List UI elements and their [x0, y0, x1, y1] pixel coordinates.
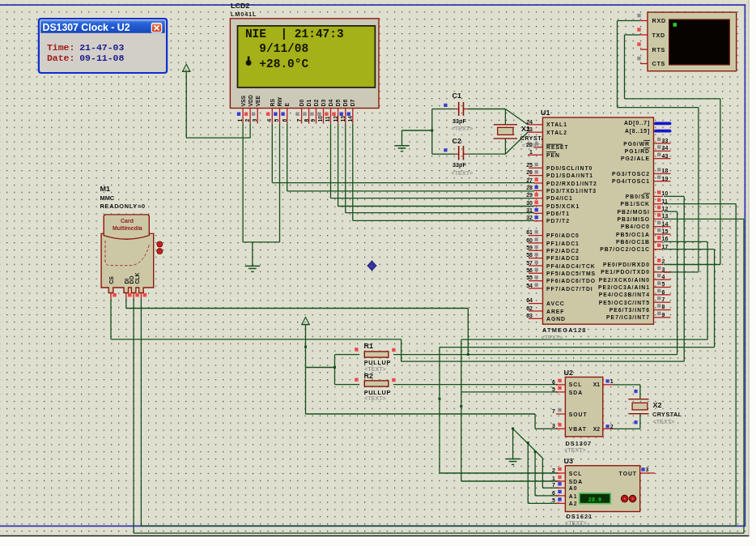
- svg-text:34: 34: [662, 145, 669, 151]
- svg-text:62: 62: [526, 305, 533, 311]
- svg-text:CTS: CTS: [652, 60, 665, 67]
- svg-text:1: 1: [610, 378, 614, 384]
- svg-text:PG3/TOSC2: PG3/TOSC2: [612, 171, 650, 177]
- svg-text:RXD: RXD: [652, 17, 666, 24]
- svg-text:VSS: VSS: [240, 95, 246, 106]
- svg-text:6: 6: [662, 289, 665, 295]
- svg-text:R1: R1: [364, 342, 374, 350]
- svg-text:Multimedia: Multimedia: [113, 225, 142, 231]
- svg-text:AREF: AREF: [546, 309, 565, 314]
- svg-text:<TEXT>: <TEXT>: [565, 519, 587, 527]
- svg-text:X2: X2: [653, 401, 662, 409]
- svg-text:PE6/T3/INT6: PE6/T3/INT6: [609, 307, 650, 313]
- svg-text:RTS: RTS: [652, 46, 665, 53]
- svg-text:PD1/SDA/INT1: PD1/SDA/INT1: [546, 173, 593, 178]
- svg-text:3: 3: [646, 467, 649, 472]
- svg-text:Time:: Time:: [47, 42, 75, 53]
- svg-text:PF7/ADC7/TDI: PF7/ADC7/TDI: [546, 286, 593, 292]
- svg-text:PB3/MISO: PB3/MISO: [618, 216, 650, 222]
- svg-text:PF5/ADC5/TMS: PF5/ADC5/TMS: [546, 271, 596, 276]
- svg-text:+28.0°C: +28.0°C: [245, 58, 309, 70]
- svg-text:D3: D3: [321, 100, 326, 107]
- svg-text:27: 27: [526, 177, 533, 183]
- svg-text:11: 11: [662, 198, 669, 204]
- svg-text:C2: C2: [452, 137, 462, 145]
- svg-text:U2: U2: [564, 369, 574, 377]
- svg-text:33: 33: [662, 138, 669, 143]
- svg-text:6: 6: [552, 379, 555, 385]
- svg-text:57: 57: [526, 260, 533, 266]
- svg-text:58: 58: [526, 252, 533, 258]
- svg-text:CLK: CLK: [134, 273, 140, 284]
- svg-text:D2: D2: [313, 100, 319, 107]
- svg-text:2: 2: [552, 467, 555, 473]
- svg-text:59: 59: [526, 245, 533, 250]
- svg-text:PE4/OC3B/INT4: PE4/OC3B/INT4: [599, 292, 650, 297]
- svg-text:D4: D4: [328, 100, 333, 107]
- svg-text:PG1/RD: PG1/RD: [625, 148, 650, 154]
- svg-text:A0: A0: [569, 485, 578, 491]
- svg-text:SDA: SDA: [569, 479, 583, 484]
- svg-text:28: 28: [526, 185, 533, 190]
- svg-text:SDA: SDA: [569, 390, 583, 395]
- svg-text:PB0/SS: PB0/SS: [626, 194, 650, 199]
- svg-text:LCD2: LCD2: [231, 2, 250, 10]
- svg-text:PD7/T2: PD7/T2: [546, 218, 570, 224]
- svg-text:PD2/RXD1/INT2: PD2/RXD1/INT2: [546, 181, 597, 186]
- svg-text:2: 2: [244, 119, 250, 122]
- svg-text:3: 3: [252, 119, 257, 122]
- svg-text:1: 1: [529, 149, 533, 155]
- svg-text:3: 3: [662, 267, 665, 272]
- svg-text:6: 6: [282, 119, 287, 122]
- svg-text:PE5/OC3C/INT5: PE5/OC3C/INT5: [599, 300, 650, 305]
- svg-text:XTAL2: XTAL2: [546, 130, 567, 135]
- svg-text:PE2/XCK0/AIN0: PE2/XCK0/AIN0: [599, 277, 650, 283]
- svg-text:43: 43: [662, 153, 669, 159]
- svg-text:<TEXT>: <TEXT>: [653, 418, 675, 425]
- svg-text:7: 7: [296, 119, 302, 122]
- svg-text:PB4/OC0: PB4/OC0: [621, 224, 650, 229]
- svg-text:4: 4: [266, 119, 272, 122]
- svg-text:VEE: VEE: [255, 95, 261, 106]
- svg-text:PF3/ADC3: PF3/ADC3: [546, 255, 580, 261]
- svg-text:D7: D7: [350, 100, 355, 107]
- svg-text:Card: Card: [121, 218, 134, 224]
- svg-text:RS: RS: [270, 99, 275, 107]
- svg-text:PB5/OC1A: PB5/OC1A: [616, 232, 650, 237]
- svg-text:U3: U3: [564, 457, 574, 465]
- svg-text:09-11-08: 09-11-08: [79, 53, 124, 63]
- svg-text:21-47-03: 21-47-03: [79, 42, 124, 53]
- svg-text:E: E: [284, 103, 290, 107]
- svg-text:10: 10: [662, 190, 669, 196]
- svg-text:PF4/ADC4/TCK: PF4/ADC4/TCK: [546, 263, 596, 269]
- svg-text:60: 60: [526, 237, 533, 243]
- svg-text:1: 1: [552, 476, 555, 481]
- svg-text:6: 6: [552, 490, 555, 496]
- svg-text:2: 2: [610, 424, 614, 429]
- svg-text:12: 12: [662, 206, 669, 211]
- svg-text:A[8..15]: A[8..15]: [625, 128, 650, 134]
- svg-text:PD4/IC1: PD4/IC1: [546, 195, 573, 201]
- svg-text:7: 7: [662, 296, 665, 302]
- svg-text:9: 9: [662, 312, 665, 318]
- svg-text:12: 12: [333, 116, 338, 122]
- svg-text:X1: X1: [593, 382, 601, 387]
- svg-text:56: 56: [526, 267, 533, 273]
- svg-text:<TEXT>: <TEXT>: [364, 395, 386, 402]
- svg-text:18: 18: [662, 168, 669, 173]
- svg-text:TOUT: TOUT: [619, 471, 637, 476]
- svg-text:7: 7: [552, 482, 555, 488]
- svg-text:3: 3: [552, 423, 555, 429]
- svg-text:SCL: SCL: [569, 471, 583, 476]
- svg-text:PE7/IC3/INT7: PE7/IC3/INT7: [606, 314, 650, 320]
- svg-text:M1: M1: [100, 185, 111, 193]
- svg-text:1: 1: [237, 119, 243, 122]
- svg-text:5: 5: [552, 497, 555, 503]
- svg-text:Date:: Date:: [47, 53, 75, 63]
- svg-text:A1: A1: [569, 493, 578, 499]
- svg-text:29: 29: [526, 192, 533, 198]
- svg-text:PB1/SCK: PB1/SCK: [621, 201, 650, 207]
- svg-text:54: 54: [526, 283, 533, 288]
- svg-text:XTAL1: XTAL1: [546, 122, 567, 127]
- svg-text:PE3/OC3A/AIN1: PE3/OC3A/AIN1: [598, 284, 650, 290]
